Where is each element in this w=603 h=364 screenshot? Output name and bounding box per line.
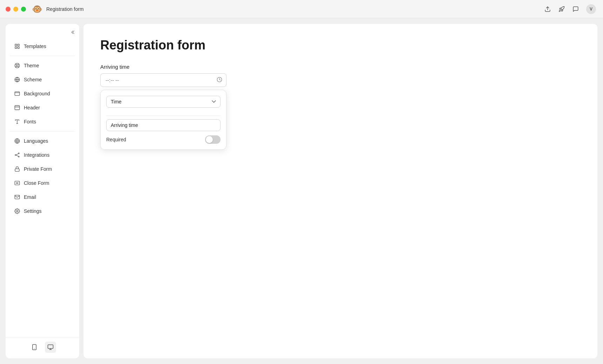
sidebar-bottom — [6, 337, 79, 354]
mobile-view-button[interactable] — [29, 342, 40, 353]
main-layout: Templates Theme — [0, 18, 603, 364]
minimize-button[interactable] — [13, 7, 18, 12]
sidebar-item-settings[interactable]: Settings — [8, 204, 77, 218]
required-toggle[interactable] — [205, 135, 221, 144]
sidebar-item-background[interactable]: Background — [8, 87, 77, 100]
sidebar-label-theme: Theme — [24, 63, 39, 68]
sidebar-label-templates: Templates — [24, 43, 46, 49]
settings-icon — [14, 208, 20, 214]
time-input[interactable] — [100, 73, 226, 87]
titlebar-actions: V — [544, 4, 596, 14]
private-form-icon — [14, 166, 20, 172]
svg-rect-3 — [18, 47, 19, 48]
svg-line-8 — [18, 66, 19, 67]
sidebar-label-settings: Settings — [24, 208, 42, 214]
svg-line-7 — [15, 64, 16, 65]
sidebar-item-header[interactable]: Header — [8, 101, 77, 114]
comment-icon[interactable] — [572, 6, 579, 13]
svg-line-10 — [15, 66, 16, 67]
sidebar-label-email: Email — [24, 194, 36, 200]
required-label: Required — [106, 137, 126, 142]
close-button[interactable] — [6, 7, 11, 12]
export-icon[interactable] — [544, 6, 551, 13]
sidebar-item-scheme[interactable]: Scheme — [8, 73, 77, 86]
traffic-lights — [6, 7, 26, 12]
svg-rect-32 — [48, 345, 53, 349]
sidebar-item-close-form[interactable]: Close Form — [8, 176, 77, 190]
sidebar-item-private-form[interactable]: Private Form — [8, 162, 77, 176]
header-icon — [14, 105, 20, 111]
field-type-select[interactable]: Time Date DateTime Text Number Email — [106, 96, 221, 108]
avatar[interactable]: V — [586, 4, 596, 14]
clock-icon — [217, 77, 222, 84]
sidebar-item-templates[interactable]: Templates — [8, 40, 77, 53]
toggle-knob — [206, 136, 213, 143]
sidebar-divider-1 — [10, 56, 75, 56]
svg-point-29 — [16, 210, 18, 212]
maximize-button[interactable] — [21, 7, 26, 12]
svg-rect-4 — [15, 47, 17, 48]
content-area: Registration form Arriving time Time Dat… — [83, 24, 597, 358]
titlebar: 🐵 Registration form V — [0, 0, 603, 18]
languages-icon — [14, 138, 20, 144]
svg-line-9 — [18, 64, 19, 65]
templates-icon — [14, 43, 20, 49]
desktop-view-button[interactable] — [45, 342, 56, 353]
svg-rect-1 — [15, 44, 17, 46]
email-icon — [14, 194, 20, 200]
scheme-icon — [14, 76, 20, 83]
integrations-icon — [14, 152, 20, 158]
close-form-icon — [14, 180, 20, 186]
sidebar-label-private-form: Private Form — [24, 166, 52, 172]
svg-line-24 — [16, 155, 19, 156]
svg-rect-25 — [15, 169, 19, 171]
fonts-icon — [14, 119, 20, 125]
sidebar-label-languages: Languages — [24, 138, 48, 144]
sidebar-label-header: Header — [24, 105, 40, 110]
sidebar-label-background: Background — [24, 91, 50, 96]
field-section: Arriving time Time Date DateTime Text — [100, 64, 240, 150]
field-label: Arriving time — [100, 64, 240, 70]
field-name-input[interactable] — [106, 119, 221, 131]
popup-divider — [106, 115, 221, 116]
sidebar-label-fonts: Fonts — [24, 119, 36, 124]
sidebar-toggle — [6, 28, 79, 39]
sidebar-divider-2 — [10, 131, 75, 132]
required-row: Required — [106, 135, 221, 144]
rocket-icon[interactable] — [558, 6, 565, 13]
svg-rect-14 — [15, 106, 19, 110]
field-settings-popup: Time Date DateTime Text Number Email Req… — [100, 90, 226, 150]
sidebar-item-fonts[interactable]: Fonts — [8, 115, 77, 128]
svg-line-23 — [16, 154, 19, 155]
background-icon — [14, 90, 20, 97]
sidebar-label-close-form: Close Form — [24, 180, 49, 186]
sidebar: Templates Theme — [6, 24, 79, 358]
sidebar-collapse-button[interactable] — [69, 29, 75, 36]
page-title: Registration form — [100, 38, 581, 53]
sidebar-item-languages[interactable]: Languages — [8, 134, 77, 148]
time-input-wrapper — [100, 73, 226, 87]
sidebar-label-integrations: Integrations — [24, 152, 49, 158]
sidebar-item-email[interactable]: Email — [8, 190, 77, 204]
svg-rect-13 — [15, 92, 19, 96]
theme-icon — [14, 62, 20, 69]
app-icon: 🐵 — [32, 4, 43, 15]
sidebar-item-integrations[interactable]: Integrations — [8, 148, 77, 162]
sidebar-label-scheme: Scheme — [24, 77, 42, 82]
svg-rect-2 — [18, 44, 19, 46]
sidebar-item-theme[interactable]: Theme — [8, 59, 77, 72]
app-title: Registration form — [46, 6, 84, 12]
